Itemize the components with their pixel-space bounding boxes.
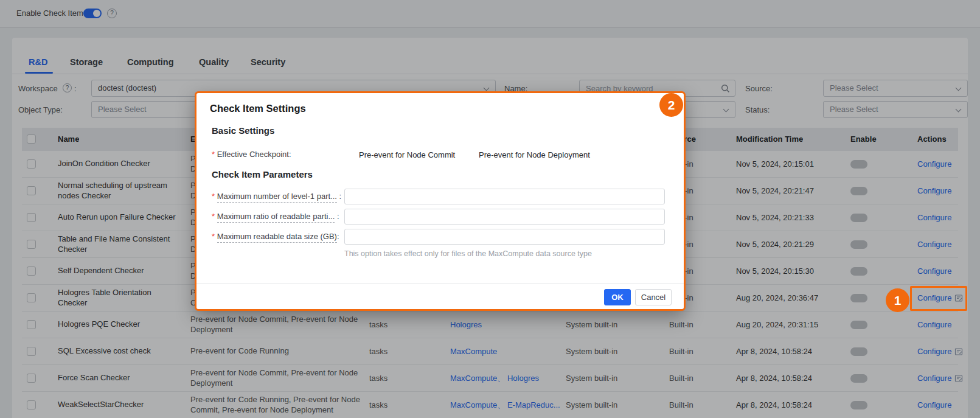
dialog-title: Check Item Settings	[210, 103, 306, 114]
annotation-step-1-badge: 1	[886, 288, 909, 312]
checkbox-label: Pre-event for Node Deployment	[479, 150, 590, 159]
annotation-step-2-badge: 2	[659, 93, 683, 117]
checkbox-label: Pre-event for Node Commit	[359, 150, 455, 159]
dialog-footer-divider	[196, 283, 684, 284]
param-input-readable-partitions[interactable]	[344, 209, 665, 225]
param-input-readable-data-size[interactable]	[344, 229, 665, 245]
check-item-parameters-heading: Check Item Parameters	[212, 169, 313, 179]
basic-settings-heading: Basic Settings	[212, 125, 274, 136]
screen: Enable Check Item : R&D Storage Computin…	[0, 0, 980, 418]
param-label-readable-data-size: Maximum readable data size (GB):	[212, 232, 339, 241]
param-helper-text: This option takes effect only for files …	[344, 249, 592, 258]
param-input-level1-partitions[interactable]	[344, 189, 665, 204]
param-label-level1-partitions: Maximum number of level-1 part... :	[212, 192, 341, 201]
check-item-settings-dialog: Check Item Settings Basic Settings Effec…	[195, 91, 686, 311]
param-label-readable-partitions: Maximum ratio of readable parti... :	[212, 212, 339, 221]
ok-button[interactable]: OK	[604, 289, 631, 305]
cancel-button[interactable]: Cancel	[635, 289, 672, 305]
effective-checkpoint-label: Effective Checkpoint:	[212, 150, 291, 159]
annotation-highlight-box	[910, 286, 967, 311]
